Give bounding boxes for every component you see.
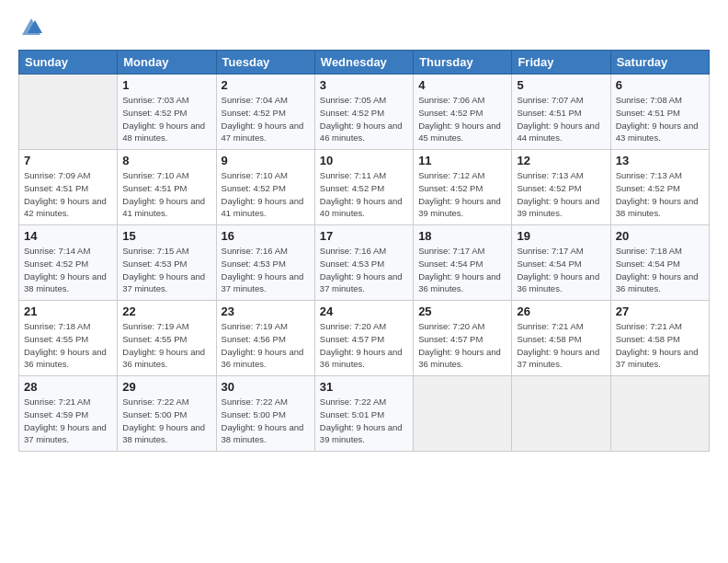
weekday-header-wednesday: Wednesday — [314, 51, 413, 75]
calendar-cell: 7Sunrise: 7:09 AMSunset: 4:51 PMDaylight… — [19, 150, 118, 225]
day-info: Sunrise: 7:22 AMSunset: 5:00 PMDaylight:… — [122, 396, 210, 446]
calendar-cell: 14Sunrise: 7:14 AMSunset: 4:52 PMDayligh… — [19, 225, 118, 301]
calendar-cell — [512, 376, 610, 452]
day-number: 6 — [616, 78, 704, 92]
day-number: 19 — [517, 229, 605, 243]
weekday-header-friday: Friday — [512, 51, 610, 75]
calendar-week-4: 21Sunrise: 7:18 AMSunset: 4:55 PMDayligh… — [19, 301, 710, 376]
weekday-header-tuesday: Tuesday — [216, 51, 314, 75]
calendar-cell: 27Sunrise: 7:21 AMSunset: 4:58 PMDayligh… — [610, 301, 709, 376]
day-number: 27 — [616, 304, 704, 318]
calendar-cell: 10Sunrise: 7:11 AMSunset: 4:52 PMDayligh… — [314, 150, 413, 225]
day-number: 16 — [222, 229, 310, 243]
day-info: Sunrise: 7:12 AMSunset: 4:52 PMDaylight:… — [418, 169, 506, 220]
day-number: 14 — [24, 229, 112, 243]
day-info: Sunrise: 7:03 AMSunset: 4:52 PMDaylight:… — [122, 94, 210, 144]
calendar-cell: 21Sunrise: 7:18 AMSunset: 4:55 PMDayligh… — [19, 301, 118, 376]
calendar-cell: 12Sunrise: 7:13 AMSunset: 4:52 PMDayligh… — [512, 150, 610, 225]
calendar-cell — [414, 376, 512, 452]
calendar-week-5: 28Sunrise: 7:21 AMSunset: 4:59 PMDayligh… — [19, 376, 710, 452]
calendar-week-1: 1Sunrise: 7:03 AMSunset: 4:52 PMDaylight… — [19, 75, 710, 150]
calendar-cell: 15Sunrise: 7:15 AMSunset: 4:53 PMDayligh… — [118, 225, 216, 301]
calendar-cell: 5Sunrise: 7:07 AMSunset: 4:51 PMDaylight… — [512, 75, 610, 150]
day-info: Sunrise: 7:07 AMSunset: 4:51 PMDaylight:… — [517, 94, 605, 144]
day-info: Sunrise: 7:21 AMSunset: 4:58 PMDaylight:… — [616, 320, 704, 371]
day-info: Sunrise: 7:20 AMSunset: 4:57 PMDaylight:… — [320, 320, 408, 371]
day-info: Sunrise: 7:18 AMSunset: 4:55 PMDaylight:… — [24, 320, 112, 371]
calendar-cell — [19, 75, 118, 150]
day-number: 13 — [616, 154, 704, 167]
day-number: 25 — [418, 304, 506, 318]
day-number: 7 — [24, 154, 112, 167]
calendar-cell: 1Sunrise: 7:03 AMSunset: 4:52 PMDaylight… — [118, 75, 216, 150]
page-header — [18, 15, 710, 40]
logo — [18, 15, 48, 40]
calendar-week-3: 14Sunrise: 7:14 AMSunset: 4:52 PMDayligh… — [19, 225, 710, 301]
weekday-header-monday: Monday — [118, 51, 216, 75]
weekday-header-sunday: Sunday — [19, 51, 118, 75]
calendar-week-2: 7Sunrise: 7:09 AMSunset: 4:51 PMDaylight… — [19, 150, 710, 225]
day-number: 10 — [320, 154, 408, 167]
day-number: 12 — [517, 154, 605, 167]
calendar-cell: 6Sunrise: 7:08 AMSunset: 4:51 PMDaylight… — [610, 75, 709, 150]
day-number: 30 — [222, 380, 310, 394]
calendar-cell: 26Sunrise: 7:21 AMSunset: 4:58 PMDayligh… — [512, 301, 610, 376]
day-info: Sunrise: 7:10 AMSunset: 4:51 PMDaylight:… — [122, 169, 210, 220]
day-info: Sunrise: 7:10 AMSunset: 4:52 PMDaylight:… — [222, 169, 310, 220]
weekday-header-saturday: Saturday — [610, 51, 709, 75]
calendar-cell — [610, 376, 709, 452]
calendar-cell: 2Sunrise: 7:04 AMSunset: 4:52 PMDaylight… — [216, 75, 314, 150]
day-info: Sunrise: 7:11 AMSunset: 4:52 PMDaylight:… — [320, 169, 408, 220]
day-number: 5 — [517, 78, 605, 92]
day-info: Sunrise: 7:14 AMSunset: 4:52 PMDaylight:… — [24, 245, 112, 295]
day-number: 18 — [418, 229, 506, 243]
calendar-cell: 29Sunrise: 7:22 AMSunset: 5:00 PMDayligh… — [118, 376, 216, 452]
day-info: Sunrise: 7:16 AMSunset: 4:53 PMDaylight:… — [320, 245, 408, 295]
day-info: Sunrise: 7:06 AMSunset: 4:52 PMDaylight:… — [418, 94, 506, 144]
calendar-cell: 31Sunrise: 7:22 AMSunset: 5:01 PMDayligh… — [314, 376, 413, 452]
calendar-cell: 17Sunrise: 7:16 AMSunset: 4:53 PMDayligh… — [314, 225, 413, 301]
day-number: 8 — [122, 154, 210, 167]
day-number: 4 — [418, 78, 506, 92]
day-number: 17 — [320, 229, 408, 243]
day-number: 15 — [122, 229, 210, 243]
calendar-cell: 23Sunrise: 7:19 AMSunset: 4:56 PMDayligh… — [216, 301, 314, 376]
day-info: Sunrise: 7:08 AMSunset: 4:51 PMDaylight:… — [616, 94, 704, 144]
day-number: 24 — [320, 304, 408, 318]
day-info: Sunrise: 7:16 AMSunset: 4:53 PMDaylight:… — [222, 245, 310, 295]
calendar-cell: 13Sunrise: 7:13 AMSunset: 4:52 PMDayligh… — [610, 150, 709, 225]
day-number: 3 — [320, 78, 408, 92]
day-number: 1 — [122, 78, 210, 92]
calendar-cell: 22Sunrise: 7:19 AMSunset: 4:55 PMDayligh… — [118, 301, 216, 376]
day-number: 2 — [222, 78, 310, 92]
logo-icon — [18, 15, 44, 40]
day-info: Sunrise: 7:17 AMSunset: 4:54 PMDaylight:… — [517, 245, 605, 295]
calendar-cell: 20Sunrise: 7:18 AMSunset: 4:54 PMDayligh… — [610, 225, 709, 301]
day-info: Sunrise: 7:17 AMSunset: 4:54 PMDaylight:… — [418, 245, 506, 295]
day-info: Sunrise: 7:21 AMSunset: 4:59 PMDaylight:… — [24, 396, 112, 446]
calendar-page: SundayMondayTuesdayWednesdayThursdayFrid… — [0, 0, 728, 563]
day-info: Sunrise: 7:13 AMSunset: 4:52 PMDaylight:… — [517, 169, 605, 220]
day-number: 28 — [24, 380, 112, 394]
calendar-cell: 19Sunrise: 7:17 AMSunset: 4:54 PMDayligh… — [512, 225, 610, 301]
day-info: Sunrise: 7:13 AMSunset: 4:52 PMDaylight:… — [616, 169, 704, 220]
day-number: 29 — [122, 380, 210, 394]
day-info: Sunrise: 7:19 AMSunset: 4:56 PMDaylight:… — [222, 320, 310, 371]
day-number: 9 — [222, 154, 310, 167]
day-info: Sunrise: 7:22 AMSunset: 5:01 PMDaylight:… — [320, 396, 408, 446]
calendar-table: SundayMondayTuesdayWednesdayThursdayFrid… — [18, 50, 710, 452]
day-info: Sunrise: 7:04 AMSunset: 4:52 PMDaylight:… — [222, 94, 310, 144]
day-info: Sunrise: 7:18 AMSunset: 4:54 PMDaylight:… — [616, 245, 704, 295]
calendar-cell: 18Sunrise: 7:17 AMSunset: 4:54 PMDayligh… — [414, 225, 512, 301]
day-number: 26 — [517, 304, 605, 318]
calendar-cell: 4Sunrise: 7:06 AMSunset: 4:52 PMDaylight… — [414, 75, 512, 150]
calendar-cell: 16Sunrise: 7:16 AMSunset: 4:53 PMDayligh… — [216, 225, 314, 301]
day-number: 11 — [418, 154, 506, 167]
day-info: Sunrise: 7:20 AMSunset: 4:57 PMDaylight:… — [418, 320, 506, 371]
calendar-cell: 11Sunrise: 7:12 AMSunset: 4:52 PMDayligh… — [414, 150, 512, 225]
day-number: 20 — [616, 229, 704, 243]
day-number: 21 — [24, 304, 112, 318]
calendar-cell: 24Sunrise: 7:20 AMSunset: 4:57 PMDayligh… — [314, 301, 413, 376]
day-number: 22 — [122, 304, 210, 318]
weekday-header-row: SundayMondayTuesdayWednesdayThursdayFrid… — [19, 51, 710, 75]
